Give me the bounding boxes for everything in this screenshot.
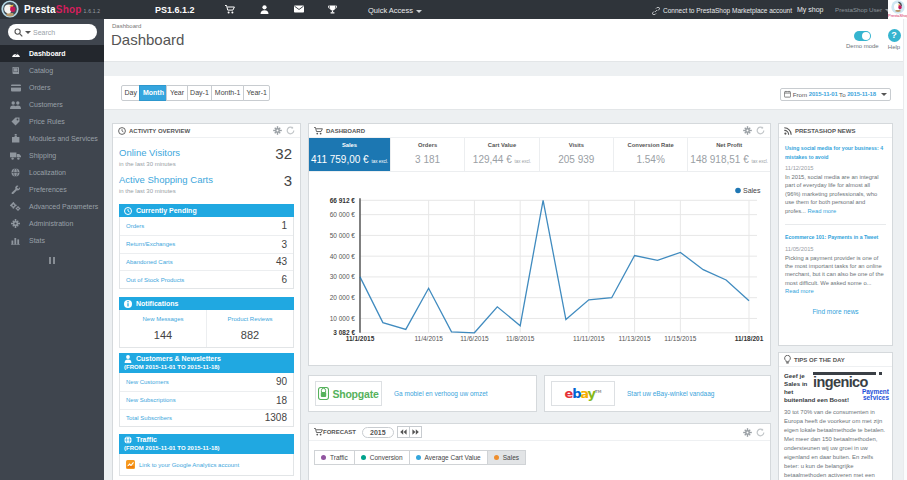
google-analytics-icon <box>126 460 135 469</box>
row-label[interactable]: Abandoned Carts <box>126 259 173 265</box>
shop-name[interactable]: PS1.6.1.2 <box>155 5 195 15</box>
cart-icon <box>314 428 323 436</box>
row-label[interactable]: New Subscriptions <box>126 397 176 403</box>
row-label[interactable]: Total Subscribers <box>126 415 172 421</box>
kpi-value: 1.54% <box>636 154 664 165</box>
help-icon[interactable]: ? <box>888 29 901 42</box>
demo-mode-toggle[interactable] <box>854 31 871 41</box>
cell-label[interactable]: New Messages <box>122 316 204 323</box>
legend-average-cart-value[interactable]: Average Cart Value <box>409 450 488 465</box>
google-analytics-link[interactable]: Link to your Google Analytics account <box>119 454 294 476</box>
from-label: From <box>793 91 807 98</box>
sidebar-item-dashboard[interactable]: Dashboard <box>0 45 104 62</box>
kpi-orders[interactable]: Orders3 181 <box>390 138 464 171</box>
gear-icon[interactable] <box>273 126 282 135</box>
active-carts-value: 3 <box>284 174 292 188</box>
envelope-icon[interactable] <box>294 5 304 13</box>
article-title[interactable]: Ecommerce 101: Payments in a Tweet <box>785 233 886 242</box>
next-year-button[interactable] <box>409 426 422 438</box>
article-title[interactable]: Using social media for your business: 4 … <box>785 144 886 161</box>
refresh-icon[interactable] <box>286 126 295 135</box>
user-avatar[interactable]: PrestaShop <box>888 0 907 19</box>
page-scrollbar[interactable] <box>903 19 907 480</box>
row-label[interactable]: Out of Stock Products <box>126 277 184 283</box>
row-label[interactable]: Orders <box>126 223 144 229</box>
traffic-range: (FROM 2015-11-01 TO 2015-11-18) <box>124 445 289 452</box>
active-carts-label[interactable]: Active Shopping Carts <box>119 174 213 185</box>
range-day-button[interactable]: Day <box>121 85 140 101</box>
sidebar-search[interactable] <box>8 24 97 40</box>
person-icon <box>124 355 132 363</box>
svg-text:11/8/2015: 11/8/2015 <box>506 335 535 342</box>
kpi-conversion-rate[interactable]: Conversion Rate1.54% <box>613 138 687 171</box>
refresh-icon[interactable] <box>756 126 765 135</box>
currently-pending-title: Currently Pending <box>136 207 197 215</box>
find-more-news-link[interactable]: Find more news <box>785 308 886 315</box>
forecast-year-badge[interactable]: 2015 <box>362 427 394 438</box>
news-panel-header: PRESTASHOP NEWS <box>779 124 892 138</box>
kpi-cart-value[interactable]: Cart Value129,44 € tax excl. <box>464 138 538 171</box>
my-shop-link[interactable]: My shop <box>797 6 823 13</box>
sidebar-item-stats[interactable]: Stats <box>0 232 104 249</box>
row-label[interactable]: New Customers <box>126 379 169 385</box>
gear-icon[interactable] <box>743 126 752 135</box>
sidebar-item-orders[interactable]: Orders <box>0 79 104 96</box>
cell-label[interactable]: Product Reviews <box>209 316 291 323</box>
legend-conversion[interactable]: Conversion <box>354 450 410 465</box>
sidebar-item-preferences[interactable]: Preferences <box>0 181 104 198</box>
person-icon[interactable] <box>260 5 269 14</box>
tips-panel-header: TIPS OF THE DAY <box>779 353 892 367</box>
row-label[interactable]: Return/Exchanges <box>126 241 175 247</box>
kpi-visits[interactable]: Visits205 939 <box>539 138 613 171</box>
refresh-icon[interactable] <box>756 428 765 437</box>
range-year-1-button[interactable]: Year-1 <box>243 85 270 101</box>
sales-chart[interactable]: 66 912 €60 000 €50 000 €40 000 €30 000 €… <box>309 175 770 347</box>
row-value: 6 <box>281 274 287 285</box>
read-more-link[interactable]: Read more <box>785 288 814 294</box>
sidebar-item-shipping[interactable]: Shipping <box>0 147 104 164</box>
trophy-icon[interactable] <box>328 5 337 14</box>
search-input[interactable] <box>33 29 85 36</box>
search-scope-caret-icon[interactable] <box>25 31 31 34</box>
range-year-button[interactable]: Year <box>166 85 187 101</box>
forecast-legend: Traffic Conversion Average Cart Value Sa… <box>315 450 770 465</box>
shopgate-logo: Shopgate <box>315 381 382 406</box>
marketplace-link[interactable]: Connect to PrestaShop Marketplace accoun… <box>652 7 792 15</box>
kpi-net-profit[interactable]: Net Profit148 918,51 € tax excl. <box>687 138 770 171</box>
range-day-1-button[interactable]: Day-1 <box>187 85 213 101</box>
collapse-menu-button[interactable] <box>47 257 57 264</box>
sidebar-item-modules[interactable]: Modules and Services <box>0 130 104 147</box>
lightbulb-icon <box>784 355 791 364</box>
sidebar-item-catalog[interactable]: Catalog <box>0 62 104 79</box>
shopgate-module[interactable]: Shopgate Ga mobiel en verhoog uw omzet <box>308 375 537 412</box>
sidebar-item-advanced-parameters[interactable]: Advanced Parameters <box>0 198 104 215</box>
sidebar-item-localization[interactable]: Localization <box>0 164 104 181</box>
gear-icon[interactable] <box>743 428 752 437</box>
group-icon <box>10 101 21 109</box>
user-menu[interactable]: PrestaShop User <box>835 6 891 13</box>
range-month-1-button[interactable]: Month-1 <box>211 85 244 101</box>
svg-text:11/6/2015: 11/6/2015 <box>460 335 489 342</box>
ebay-module[interactable]: ebayTM Start uw eBay-winkel vandaag <box>544 375 771 412</box>
news-panel-title: PRESTASHOP NEWS <box>795 128 855 134</box>
sidebar-item-customers[interactable]: Customers <box>0 96 104 113</box>
notifications-title: Notifications <box>136 300 178 308</box>
activity-column: ACTIVITY OVERVIEW Online Visitors 32 in … <box>112 123 301 480</box>
legend-sales[interactable]: Sales <box>487 450 526 465</box>
globe-icon <box>10 168 21 177</box>
svg-text:10 000 €: 10 000 € <box>330 315 356 322</box>
prestashop-logo[interactable] <box>1 0 19 18</box>
date-range-picker[interactable]: From 2015-11-01 To 2015-11-18 <box>780 88 891 102</box>
breadcrumb[interactable]: Dashboard <box>112 23 141 29</box>
shopgate-link[interactable]: Ga mobiel en verhoog uw omzet <box>394 390 488 397</box>
read-more-link[interactable]: Read more <box>808 208 837 214</box>
legend-traffic[interactable]: Traffic <box>314 450 355 465</box>
cart-icon[interactable] <box>225 5 235 14</box>
ebay-link[interactable]: Start uw eBay-winkel vandaag <box>627 390 714 397</box>
online-visitors-label[interactable]: Online Visitors <box>119 147 180 158</box>
sidebar-item-administration[interactable]: Administration <box>0 215 104 232</box>
quick-access-menu[interactable]: Quick Access <box>368 6 422 15</box>
range-month-button[interactable]: Month <box>139 85 167 101</box>
sidebar-item-price-rules[interactable]: Price Rules <box>0 113 104 130</box>
kpi-sales[interactable]: Sales411 759,00 € tax excl. <box>309 138 390 171</box>
